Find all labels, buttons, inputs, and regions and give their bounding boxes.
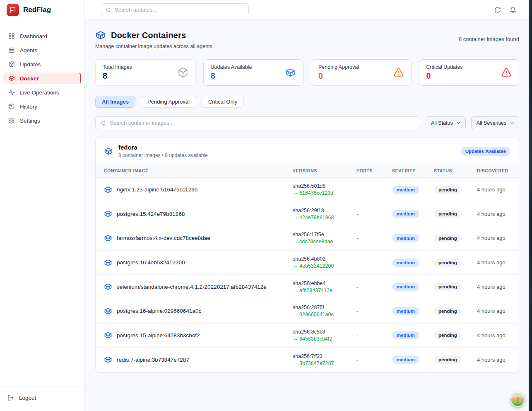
sidebar-item-label: Docker [20,75,39,82]
table-row[interactable]: postgres:15:424e79b81868sha256:29f18→ 42… [96,202,519,227]
table-row[interactable]: postgres:16-alpine:029660641a0csha256:28… [96,299,519,324]
brand: RedFlag [0,0,84,20]
container-image-name: nginx:1.25-alpine:516475cc129d [117,186,197,193]
group-name: fedora [118,144,208,151]
column-header-severity: SEVERITY [392,168,434,173]
history-icon [8,103,15,110]
docker-container-icon [95,30,106,41]
severity-badge: medium [392,355,419,364]
table-row[interactable]: farmos/farmos:4.x-dev:cdc78cee8daesha256… [96,226,519,251]
refresh-icon[interactable] [494,7,501,13]
sidebar-item-label: Dashboard [20,33,47,39]
ports: - [356,235,392,241]
severity-select[interactable]: All Severities [471,116,519,129]
stat-card-pending-approval: Pending Approval0 [311,59,412,86]
container-group-card: fedora 8 container images • 8 updates av… [95,138,519,372]
column-header-discovered: DISCOVERED [477,168,510,173]
version-current: sha256:17f5e [293,232,356,237]
filter-row: All Status All Severities [95,116,519,129]
stat-label: Updates Available [211,64,252,70]
severity-badge: medium [392,283,419,291]
severity-badge: medium [392,210,419,218]
page-subtitle: Manage container image updates across al… [95,44,212,49]
global-search-input[interactable] [115,7,244,13]
discovered: 4 hours ago [477,332,510,338]
topbar-actions [494,7,516,13]
sidebar-item-history[interactable]: History [3,101,81,112]
brand-name: RedFlag [23,6,51,14]
status-badge: pending [434,234,462,242]
sidebar-nav: DashboardAgentsUpdatesDockerLive Operati… [0,20,84,130]
version-current: sha256:ebbe4 [293,280,356,286]
status-badge: pending [434,210,462,218]
discovered: 4 hours ago [477,186,510,193]
severity-badge: medium [392,331,419,339]
version-current: sha256:4b802 [293,256,356,262]
container-image-name: postgres:15:424e79b81868 [117,211,185,217]
stat-card-total-images: Total Images8 [95,59,196,86]
severity-badge: medium [392,259,419,267]
tab-pending-approval[interactable]: Pending Approval [141,96,196,108]
sidebar-item-docker[interactable]: Docker [3,73,81,84]
image-search[interactable] [95,116,420,129]
table-row[interactable]: selenium/standalone-chrome:4.1.2-2022021… [96,275,519,299]
table-row[interactable]: nginx:1.25-alpine:516475cc129dsha256:501… [96,178,519,202]
group-meta: 8 container images • 8 updates available [118,152,208,158]
container-icon [104,331,112,339]
sidebar: RedFlag DashboardAgentsUpdatesDockerLive… [0,0,85,411]
ports: - [356,284,392,290]
container-icon [285,67,296,78]
discovered: 4 hours ago [477,235,510,241]
filter-tabs: All ImagesPending ApprovalCritical Only [95,96,519,108]
column-header-container-image: CONTAINER IMAGE [104,168,293,173]
sidebar-item-settings[interactable]: Settings [3,115,81,126]
chevron-down-icon [509,120,515,126]
container-icon [104,283,112,291]
stat-value: 0 [318,71,359,81]
status-badge: pending [434,283,462,291]
stat-label: Pending Approval [318,64,359,70]
sidebar-item-agents[interactable]: Agents [3,44,81,56]
table-row[interactable]: redis:7-alpine:3b73847e7287sha256:7ff23→… [96,348,519,372]
island-button[interactable] [510,392,525,407]
global-search[interactable] [101,3,249,16]
discovered: 4 hours ago [477,308,510,314]
status-badge: pending [434,307,462,315]
tab-critical-only[interactable]: Critical Only [202,96,244,108]
stat-label: Total Images [103,64,132,70]
logout-button[interactable]: Logout [7,392,78,404]
discovered: 4 hours ago [477,284,510,290]
sidebar-item-dashboard[interactable]: Dashboard [3,30,81,42]
tab-all-images[interactable]: All Images [95,96,135,108]
sidebar-item-live-operations[interactable]: Live Operations [3,87,81,98]
container-icon [104,355,112,364]
table-body: nginx:1.25-alpine:516475cc129dsha256:501… [96,178,519,372]
version-new: → 516475cc129d [293,190,356,196]
version-new: → afb28437412e [293,288,356,293]
version-new: → 4eb532412200 [293,263,356,269]
version-new: → 3b73847e7287 [293,360,356,366]
discovered: 4 hours ago [477,211,510,217]
app-root: RedFlag DashboardAgentsUpdatesDockerLive… [0,0,532,411]
table-row[interactable]: postgres:15-alpine:64583b3cb4f2sha256:8c… [96,324,519,348]
main-content: Docker Containers Manage container image… [85,20,529,411]
column-header-status: STATUS [434,168,477,173]
image-search-input[interactable] [110,120,415,126]
package-icon [8,61,15,68]
table-row[interactable]: postgres:16:4eb532412200sha256:4b802→ 4e… [96,251,519,275]
version-new: → cdc78cee8dae [293,239,356,244]
topbar [85,0,529,20]
version-new: → 029660641a0c [293,312,356,317]
table-header: CONTAINER IMAGEVERSIONSPORTSSEVERITYSTAT… [96,164,519,178]
search-icon [106,7,111,13]
sidebar-item-label: History [20,104,37,110]
container-image-name: postgres:16:4eb532412200 [117,259,185,266]
sidebar-item-updates[interactable]: Updates [3,58,81,70]
container-icon [8,75,15,82]
status-select[interactable]: All Status [426,116,466,129]
agents-icon [8,47,15,53]
version-current: sha256:8c5b8 [293,329,356,335]
status-badge: pending [434,259,462,267]
bell-icon[interactable] [510,7,516,13]
discovered: 4 hours ago [477,357,510,363]
